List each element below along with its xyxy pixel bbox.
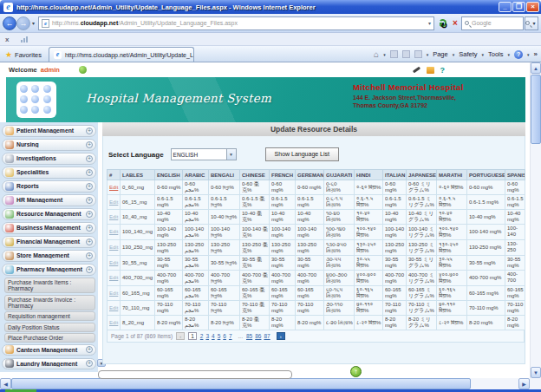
scroll-to-top-button[interactable]: ↑ (350, 366, 362, 377)
url-field[interactable]: e http://hms.cloudapp.net/Admin_Utility/… (38, 16, 434, 30)
expand-plus-icon[interactable]: + (86, 211, 93, 218)
value-cell: 130-250 mg% (296, 240, 324, 256)
language-select[interactable]: ENGLISH ▼ (171, 148, 237, 160)
page-link-86[interactable]: 86 (255, 333, 261, 339)
expand-plus-icon[interactable]: + (86, 225, 93, 232)
sidebar-subitem-purchase-inwards-items-pharmac[interactable]: Purchase Inwards Items : Pharmacy (4, 278, 95, 293)
toolbar-overflow-chevron[interactable]: » (534, 50, 538, 58)
value-cell: 100-140 mg% (467, 225, 505, 240)
read-mail-button[interactable] (402, 50, 410, 58)
print-button[interactable] (414, 50, 422, 58)
page-link-5[interactable]: 5 (218, 333, 221, 339)
ie-icon: e (3, 3, 13, 12)
briefcase-icon[interactable] (427, 67, 434, 74)
expand-plus-icon[interactable]: + (86, 252, 93, 259)
feeds-button[interactable] (390, 50, 398, 58)
sidebar-item-financial-management[interactable]: Financial Management+ (2, 236, 96, 248)
sidebar-item-resource-management[interactable]: Resource Management+ (2, 208, 96, 220)
edit-link[interactable]: Edit (109, 320, 118, 325)
sidebar-item-specialities[interactable]: Specialities+ (2, 167, 96, 179)
expand-plus-icon[interactable]: + (86, 169, 93, 176)
sidebar-subitem-purchase-inwards-invoice-pharm[interactable]: Purchase Inwards Invoice : Pharmacy (4, 295, 95, 310)
value-cell: 0.6-1.5 مجم% (183, 195, 209, 210)
expand-plus-icon[interactable]: + (86, 183, 93, 190)
expand-plus-icon[interactable]: + (86, 141, 93, 148)
page-link-87[interactable]: 87 (264, 333, 270, 339)
expand-plus-icon[interactable]: + (86, 197, 93, 204)
sidebar-item-canteen-management[interactable]: Canteen Management+ (2, 344, 96, 356)
page-bottom-input[interactable] (98, 370, 292, 379)
page-menu[interactable]: Page (433, 50, 448, 58)
url-dropdown-icon[interactable]: ▾ (428, 20, 431, 26)
close-button[interactable]: × (526, 2, 539, 12)
value-cell: 400-700 মিগ্রা% (209, 271, 240, 286)
edit-link[interactable]: Edit (109, 245, 118, 250)
expand-plus-icon[interactable]: + (86, 155, 93, 162)
page-link-7[interactable]: 7 (229, 333, 232, 339)
scroll-up-arrow[interactable]: ▲ (531, 62, 541, 74)
edit-link[interactable]: Edit (109, 214, 118, 219)
search-options-button[interactable]: ▾ (525, 16, 538, 30)
edit-link[interactable]: Edit (109, 229, 118, 234)
horizontal-scrollbar[interactable]: ◀ ▶ (0, 378, 530, 389)
sidebar-item-patient-management[interactable]: Patient Management+ (2, 125, 96, 137)
expand-plus-icon[interactable]: + (86, 360, 93, 367)
sidebar-item-business-management[interactable]: Business Management+ (2, 222, 96, 234)
favorites-star-icon[interactable]: ★ (5, 50, 12, 59)
scroll-left-arrow[interactable]: ◀ (0, 378, 11, 389)
nav-history-dropdown[interactable]: ▾ (32, 20, 35, 26)
page-help-icon[interactable]: ? (440, 66, 446, 75)
prev-page-button[interactable]: ‹ (176, 332, 185, 340)
page-link-6[interactable]: 6 (223, 333, 226, 339)
minimize-button[interactable]: _ (499, 2, 512, 12)
sidebar-subitem-place-purchase-order[interactable]: Place Purchase Order (4, 333, 95, 343)
page-viewport: Welcome admin ? Hospital Management Syst… (0, 62, 530, 378)
value-cell: 0.6-1.5 mg% (296, 195, 324, 210)
edit-link[interactable]: Edit (109, 291, 118, 296)
home-button[interactable]: ⌂ (374, 49, 379, 59)
expand-plus-icon[interactable]: + (86, 266, 93, 273)
sidebar-item-reports[interactable]: Reports+ (2, 180, 96, 193)
forward-button[interactable]: → (16, 16, 30, 30)
next-page-button[interactable]: › (277, 332, 285, 340)
sidebar-item-nursing[interactable]: Nursing+ (2, 139, 96, 151)
sidebar-item-hr-management[interactable]: HR Management+ (2, 194, 96, 206)
sidebar-subitem-daily-position-status[interactable]: Daily Position Status (4, 323, 95, 332)
edit-link[interactable]: Edit (109, 185, 118, 190)
stop-button[interactable]: × (449, 18, 461, 28)
edit-link[interactable]: Edit (109, 275, 118, 280)
safety-menu[interactable]: Safety (459, 50, 477, 58)
horizontal-scroll-thumb[interactable] (11, 378, 471, 389)
page-link-85[interactable]: 85 (246, 333, 252, 339)
edit-link[interactable]: Edit (109, 305, 118, 310)
scroll-down-arrow[interactable]: ▼ (531, 367, 541, 378)
page-link-4[interactable]: 4 (212, 333, 215, 339)
sidebar-subitem-requisition-management[interactable]: Requisition management (4, 311, 95, 321)
value-cell: ૮-૨૦ મિગ્રા% (324, 316, 355, 330)
tools-menu[interactable]: Tools (488, 50, 504, 58)
help-button[interactable]: ? (514, 50, 523, 59)
back-button[interactable]: ← (3, 16, 16, 30)
browser-tab[interactable]: e http://hms.cloudapp.net/Admin_Utility/… (49, 47, 194, 62)
vertical-scrollbar[interactable]: ▲ ▼ (530, 62, 541, 378)
favorites-button[interactable]: Favorites (15, 51, 42, 59)
expand-plus-icon[interactable]: + (86, 238, 93, 245)
sidebar-item-store-management[interactable]: Store Management+ (2, 250, 96, 262)
vertical-scroll-thumb[interactable] (531, 75, 541, 144)
edit-pencil-icon[interactable] (412, 67, 420, 74)
expand-plus-icon[interactable]: + (86, 346, 93, 353)
maximize-button[interactable]: ❐ (512, 2, 525, 12)
search-box[interactable]: Google (461, 16, 524, 30)
refresh-button[interactable]: ↻ (439, 19, 446, 27)
close-menu-icon[interactable]: x (5, 36, 9, 43)
scroll-right-arrow[interactable]: ▶ (518, 378, 530, 389)
page-link-3[interactable]: 3 (205, 333, 209, 339)
edit-link[interactable]: Edit (109, 260, 118, 265)
sidebar-item-investigations[interactable]: Investigations+ (2, 153, 96, 165)
page-link-2[interactable]: 2 (200, 333, 204, 339)
sidebar-item-pharmacy-management[interactable]: Pharmacy Management+ (2, 264, 96, 276)
edit-link[interactable]: Edit (109, 199, 118, 205)
show-language-list-button[interactable]: Show Language List (265, 147, 339, 161)
sidebar-item-laundry-management[interactable]: Laundry Management+▼ (2, 358, 96, 370)
expand-plus-icon[interactable]: + (86, 127, 93, 134)
